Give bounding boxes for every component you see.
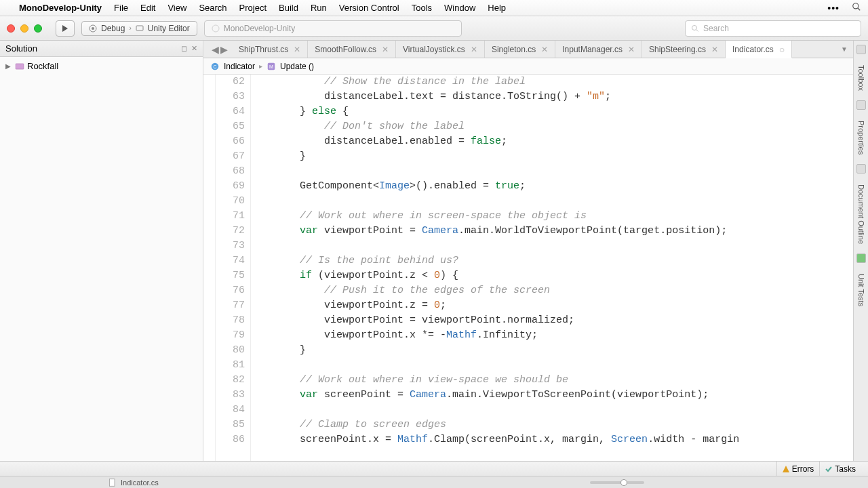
tab-shipthrust[interactable]: ShipThrust.cs✕ [232, 41, 308, 58]
svg-line-1 [858, 8, 861, 11]
menu-window[interactable]: Window [444, 3, 475, 13]
errors-pad-button[interactable]: Errors [776, 462, 820, 476]
menu-file[interactable]: File [114, 3, 128, 13]
docbar-filename[interactable]: Indicator.cs [121, 479, 159, 487]
menu-edit[interactable]: Edit [140, 3, 155, 13]
menu-help[interactable]: Help [488, 3, 506, 13]
menu-view[interactable]: View [167, 3, 186, 13]
search-input[interactable]: Search [685, 20, 861, 37]
tree-item-rockfall[interactable]: ▶ Rockfall [4, 60, 199, 73]
svg-marker-2 [62, 25, 68, 32]
error-icon [783, 466, 789, 472]
app-menu[interactable]: MonoDevelop-Unity [19, 3, 102, 13]
svg-line-8 [696, 29, 698, 31]
search-placeholder: Search [703, 24, 729, 33]
svg-point-6 [212, 25, 219, 32]
tab-label: ShipSteering.cs [649, 45, 706, 54]
toolbox-icon[interactable] [856, 45, 866, 54]
overflow-icon[interactable]: ••• [827, 3, 840, 14]
tab-overflow-button[interactable]: ▼ [835, 41, 853, 58]
config-debug-label: Debug [101, 24, 125, 33]
menu-search[interactable]: Search [199, 3, 226, 13]
rail-properties[interactable]: Properties [857, 117, 865, 159]
menu-build[interactable]: Build [279, 3, 298, 13]
code-editor[interactable]: 6263646566676869707172737475767778798081… [203, 75, 853, 461]
window-controls [7, 24, 42, 33]
app-toolbar: Debug › Unity Editor MonoDevelop-Unity S… [0, 16, 868, 41]
run-button[interactable] [56, 20, 75, 37]
tasks-pad-button[interactable]: Tasks [819, 462, 861, 476]
tab-virtualjoystick[interactable]: VirtualJoystick.cs✕ [396, 41, 485, 58]
tab-close-icon[interactable]: ✕ [541, 45, 548, 54]
tab-close-icon[interactable]: ✕ [382, 45, 389, 54]
nav-forward-button[interactable]: ▶ [220, 44, 228, 55]
document-outline-icon[interactable] [856, 164, 866, 174]
pane-pin-icon[interactable]: ◻ [181, 44, 187, 53]
tab-inputmanager[interactable]: InputManager.cs✕ [555, 41, 642, 58]
solution-pane-header: Solution ◻ ✕ [0, 41, 203, 57]
svg-rect-5 [136, 26, 143, 30]
document-bar: Indicator.cs [0, 476, 868, 488]
solution-tree[interactable]: ▶ Rockfall [0, 57, 203, 75]
config-target-label: Unity Editor [148, 24, 190, 33]
status-display: MonoDevelop-Unity [204, 20, 462, 37]
nav-back-button[interactable]: ◀ [212, 44, 219, 55]
file-icon [108, 479, 117, 487]
tab-label: InputManager.cs [562, 45, 623, 54]
tab-shipsteering[interactable]: ShipSteering.cs✕ [642, 41, 726, 58]
menu-project[interactable]: Project [239, 3, 267, 13]
status-bar: Errors Tasks [0, 461, 868, 476]
chevron-right-icon: › [129, 24, 131, 32]
solution-title: Solution [5, 43, 37, 54]
unit-tests-icon[interactable] [856, 253, 866, 263]
tab-close-icon[interactable]: ✕ [471, 45, 477, 54]
svg-rect-9 [16, 63, 24, 68]
properties-icon[interactable] [856, 100, 866, 110]
tab-dirty-icon[interactable]: ○ [779, 45, 785, 54]
pane-close-icon[interactable]: ✕ [191, 44, 197, 53]
spotlight-icon[interactable] [852, 2, 861, 14]
solution-icon [15, 62, 24, 71]
zoom-slider[interactable] [590, 481, 644, 484]
search-icon [691, 24, 699, 33]
app-icon [212, 24, 220, 33]
menu-run[interactable]: Run [311, 3, 327, 13]
tab-close-icon[interactable]: ✕ [711, 45, 718, 54]
tab-close-icon[interactable]: ✕ [628, 45, 635, 54]
editor-area: ◀ ▶ ShipThrust.cs✕SmoothFollow.cs✕Virtua… [203, 41, 853, 461]
task-icon [825, 466, 832, 472]
tree-item-label: Rockfall [27, 61, 58, 71]
minimize-window-button[interactable] [20, 24, 28, 33]
menu-version-control[interactable]: Version Control [339, 3, 399, 13]
errors-label: Errors [792, 464, 814, 474]
tab-close-icon[interactable]: ✕ [294, 45, 300, 54]
svg-marker-14 [783, 466, 789, 472]
rail-toolbox[interactable]: Toolbox [857, 61, 865, 95]
editor-tabs: ◀ ▶ ShipThrust.cs✕SmoothFollow.cs✕Virtua… [203, 41, 853, 58]
breadcrumb-method[interactable]: Update () [280, 62, 314, 71]
target-icon [89, 24, 97, 33]
svg-text:C: C [213, 64, 216, 68]
tab-label: SmoothFollow.cs [315, 45, 376, 54]
tab-label: Singleton.cs [492, 45, 536, 54]
right-tool-rail: Toolbox Properties Document Outline Unit… [853, 41, 868, 461]
tab-indicator[interactable]: Indicator.cs○ [726, 41, 792, 58]
tab-smoothfollow[interactable]: SmoothFollow.cs✕ [308, 41, 396, 58]
rail-unit-tests[interactable]: Unit Tests [857, 270, 865, 310]
breadcrumb-class[interactable]: Indicator [224, 62, 255, 71]
tab-label: Indicator.cs [732, 45, 774, 54]
method-icon: M [267, 62, 276, 71]
status-text: MonoDevelop-Unity [224, 24, 295, 33]
solution-pane: Solution ◻ ✕ ▶ Rockfall [0, 41, 203, 461]
line-number-gutter: 6263646566676869707172737475767778798081… [216, 75, 251, 461]
editor-breadcrumb[interactable]: C Indicator ▸ M Update () [203, 58, 853, 75]
run-configuration-selector[interactable]: Debug › Unity Editor [81, 21, 197, 36]
rail-document-outline[interactable]: Document Outline [857, 180, 865, 248]
zoom-window-button[interactable] [34, 24, 42, 33]
tab-singleton[interactable]: Singleton.cs✕ [485, 41, 555, 58]
class-icon: C [210, 62, 220, 71]
menu-tools[interactable]: Tools [412, 3, 432, 13]
close-window-button[interactable] [7, 24, 15, 33]
disclosure-triangle-icon[interactable]: ▶ [5, 62, 12, 70]
tasks-label: Tasks [835, 464, 856, 474]
